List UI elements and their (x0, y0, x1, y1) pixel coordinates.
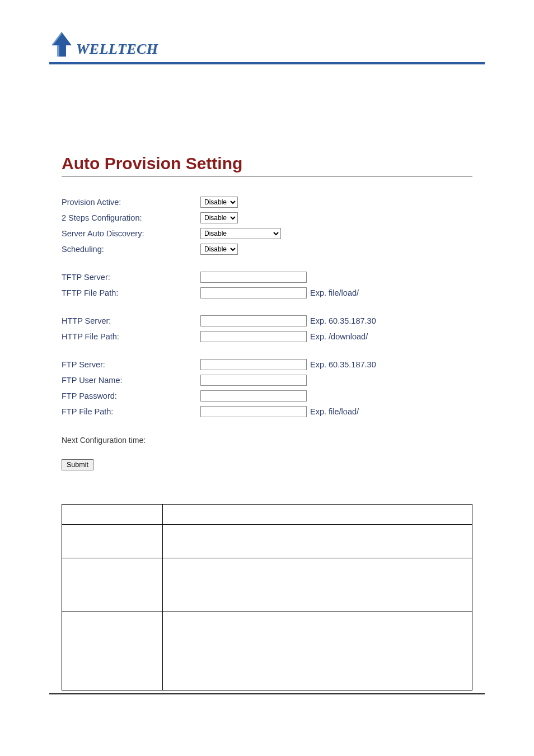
hint-ftp-path: Exp. file/load/ (310, 407, 359, 416)
page-title: Auto Provision Setting (62, 154, 472, 177)
input-ftp-server[interactable] (200, 359, 307, 370)
label-http-server: HTTP Server: (62, 316, 200, 325)
label-http-path: HTTP File Path: (62, 332, 200, 341)
row-two-steps: 2 Steps Configuration: Disable (62, 211, 472, 225)
table-row (62, 525, 472, 558)
header-divider (49, 62, 485, 64)
row-tftp-path: TFTP File Path: Exp. file/load/ (62, 286, 472, 300)
input-ftp-pass[interactable] (200, 390, 307, 402)
logo-arrow-icon (49, 31, 74, 58)
label-ftp-pass: FTP Password: (62, 391, 200, 400)
submit-button[interactable]: Submit (62, 459, 93, 470)
hint-http-path: Exp. /download/ (310, 332, 368, 341)
hint-tftp-path: Exp. file/load/ (310, 288, 359, 297)
page-header: WELLTECH (0, 0, 534, 58)
hint-ftp-server: Exp. 60.35.187.30 (310, 360, 376, 369)
select-scheduling[interactable]: Disable (200, 244, 238, 255)
settings-form: Provision Active: Disable 2 Steps Config… (62, 195, 472, 470)
label-tftp-path: TFTP File Path: (62, 288, 200, 297)
footer-divider (49, 693, 485, 694)
row-ftp-server: FTP Server: Exp. 60.35.187.30 (62, 357, 472, 372)
row-tftp-server: TFTP Server: (62, 270, 472, 284)
row-ftp-pass: FTP Password: (62, 389, 472, 403)
row-auto-discovery: Server Auto Discovery: Disable (62, 226, 472, 241)
row-provision-active: Provision Active: Disable (62, 195, 472, 209)
logo-text: WELLTECH (76, 41, 158, 58)
row-http-path: HTTP File Path: Exp. /download/ (62, 329, 472, 344)
input-ftp-user[interactable] (200, 375, 307, 386)
label-provision-active: Provision Active: (62, 198, 200, 207)
hint-http-server: Exp. 60.35.187.30 (310, 316, 376, 325)
input-ftp-path[interactable] (200, 406, 307, 417)
label-ftp-path: FTP File Path: (62, 407, 200, 416)
label-scheduling: Scheduling: (62, 245, 200, 254)
table-row (62, 505, 472, 525)
svg-rect-0 (57, 45, 59, 57)
label-ftp-server: FTP Server: (62, 360, 200, 369)
select-provision-active[interactable]: Disable (200, 197, 238, 208)
label-auto-discovery: Server Auto Discovery: (62, 229, 200, 238)
input-tftp-path[interactable] (200, 287, 307, 298)
logo: WELLTECH (49, 31, 534, 58)
input-tftp-server[interactable] (200, 272, 307, 283)
table-row (62, 558, 472, 612)
row-ftp-path: FTP File Path: Exp. file/load/ (62, 404, 472, 419)
input-http-path[interactable] (200, 331, 307, 342)
table-row (62, 612, 472, 690)
content: Auto Provision Setting Provision Active:… (0, 154, 534, 470)
row-scheduling: Scheduling: Disable (62, 242, 472, 256)
select-auto-discovery[interactable]: Disable (200, 228, 281, 239)
label-next-config: Next Configuration time: (62, 436, 472, 445)
row-ftp-user: FTP User Name: (62, 373, 472, 388)
row-http-server: HTTP Server: Exp. 60.35.187.30 (62, 314, 472, 328)
label-two-steps: 2 Steps Configuration: (62, 213, 200, 222)
select-two-steps[interactable]: Disable (200, 212, 238, 223)
label-ftp-user: FTP User Name: (62, 376, 200, 385)
label-tftp-server: TFTP Server: (62, 273, 200, 282)
description-table (62, 504, 472, 690)
input-http-server[interactable] (200, 315, 307, 326)
